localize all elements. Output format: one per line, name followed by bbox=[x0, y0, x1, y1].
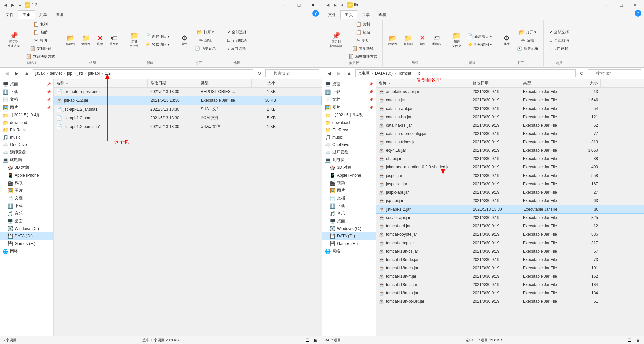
file-row-13[interactable]: ☕jsp-api.jar2021/3/30 9:19Executable Jar… bbox=[376, 197, 644, 205]
file-row-0[interactable]: ☕annotations-api.jar2021/3/30 9:19Execut… bbox=[376, 88, 644, 96]
sidebar-item-11[interactable]: 🎲3D 对象 bbox=[0, 164, 53, 171]
right-addr-forward[interactable]: ▶ bbox=[335, 69, 343, 77]
left-minimize-button[interactable]: ─ bbox=[278, 0, 291, 10]
left-rename-button[interactable]: 🏷 重命名 bbox=[107, 31, 121, 50]
left-view-grid[interactable]: ⊞ bbox=[312, 337, 319, 344]
sidebar-item-10[interactable]: 💻此电脑 bbox=[322, 156, 376, 164]
file-row-24[interactable]: ☕tomcat-i18n-ko.jar2021/3/30 9:19Executa… bbox=[376, 289, 644, 297]
right-view-grid[interactable]: ⊞ bbox=[635, 337, 641, 344]
left-open-button[interactable]: 📂 打开 ▾ bbox=[192, 28, 218, 36]
sidebar-item-19[interactable]: 💽Windows (C:) bbox=[322, 225, 376, 232]
file-row-1[interactable]: ☕jstl-api-1.2.jar2021/5/13 13:30Executab… bbox=[54, 96, 322, 105]
file-row-22[interactable]: ☕tomcat-i18n-fr.jar2021/3/30 9:19Executa… bbox=[376, 272, 644, 281]
sidebar-item-8[interactable]: ☁️OneDrive bbox=[322, 141, 376, 148]
right-refresh-button[interactable]: ↻ bbox=[578, 69, 586, 77]
left-address-path[interactable]: javax › servlet › jsp › jstl › jstl-api … bbox=[33, 69, 253, 77]
sidebar-item-17[interactable]: 🎵音乐 bbox=[322, 210, 376, 217]
sidebar-item-21[interactable]: 💾Games (E:) bbox=[0, 240, 53, 247]
right-invertsel-button[interactable]: ↕反向选择 bbox=[547, 45, 571, 52]
sidebar-item-9[interactable]: ☁️浙师云盘 bbox=[0, 148, 53, 156]
right-help-button[interactable]: ? bbox=[635, 10, 641, 17]
right-col-type[interactable]: 类型 bbox=[520, 79, 574, 87]
sidebar-item-16[interactable]: ⬇️下载 bbox=[0, 202, 53, 210]
left-moveto-button[interactable]: 📂 移动到 bbox=[64, 31, 77, 50]
right-col-size[interactable]: 大小 bbox=[574, 79, 601, 87]
sidebar-item-22[interactable]: 🌐网络 bbox=[0, 247, 53, 255]
file-row-6[interactable]: ☕catalina-tribes.jar2021/3/30 9:19Execut… bbox=[376, 138, 644, 146]
file-row-20[interactable]: ☕tomcat-i18n-de.jar2021/3/30 9:19Executa… bbox=[376, 256, 644, 264]
left-delete-button[interactable]: ✕ 删除 bbox=[94, 31, 106, 50]
left-pasteshortcut-button[interactable]: 📋 粘贴快捷方式 bbox=[23, 53, 57, 60]
right-copypath-button[interactable]: 📋 复制路径 bbox=[346, 45, 380, 52]
left-easyaccess-button[interactable]: ⚡ 轻松访问 ▾ bbox=[143, 41, 172, 48]
sidebar-item-2[interactable]: 📄文档📌 bbox=[322, 96, 376, 104]
right-paste-button[interactable]: 📋 粘贴 bbox=[346, 28, 380, 36]
left-newitem-button[interactable]: 📄 新建项目 ▾ bbox=[143, 32, 172, 40]
left-cut-button[interactable]: ✂ 剪切 bbox=[23, 37, 57, 44]
sidebar-item-15[interactable]: 📄文档 bbox=[0, 194, 53, 202]
right-tab-view[interactable]: 查看 bbox=[374, 10, 391, 19]
file-row-25[interactable]: ☕tomcat-i18n-pt-BR.jar2021/3/30 9:19Exec… bbox=[376, 297, 644, 306]
right-edit-button[interactable]: ✏ 编辑 bbox=[514, 37, 541, 44]
right-rename-button[interactable]: 🏷 重命名 bbox=[430, 31, 443, 50]
left-view-list[interactable]: ☰ bbox=[304, 337, 311, 344]
file-row-12[interactable]: ☕jaspic-api.jar2021/3/30 9:19Executable … bbox=[376, 188, 644, 197]
left-col-size[interactable]: 大小 bbox=[252, 79, 278, 87]
sidebar-item-1[interactable]: ⬇️下载📌 bbox=[322, 88, 376, 96]
left-edit-button[interactable]: ✏ 编辑 bbox=[192, 37, 218, 44]
sidebar-item-14[interactable]: 🖼️图片 bbox=[0, 187, 53, 194]
sidebar-item-8[interactable]: ☁️OneDrive bbox=[0, 141, 53, 148]
right-delete-button[interactable]: ✕ 删除 bbox=[416, 31, 428, 50]
left-col-date[interactable]: 修改日期 bbox=[148, 79, 198, 87]
sidebar-item-21[interactable]: 💾Games (E:) bbox=[322, 240, 376, 247]
file-row-21[interactable]: ☕tomcat-i18n-es.jar2021/3/30 9:19Executa… bbox=[376, 264, 644, 272]
right-nav-forward[interactable]: ▶ bbox=[332, 2, 338, 8]
left-properties-button[interactable]: ⚙ 属性 bbox=[178, 31, 191, 50]
left-search-input[interactable] bbox=[265, 69, 319, 77]
file-row-15[interactable]: ☕servlet-api.jar2021/3/30 9:19Executable… bbox=[376, 214, 644, 222]
right-minimize-button[interactable]: ─ bbox=[600, 0, 614, 10]
sidebar-item-0[interactable]: 🖥️桌面📌 bbox=[322, 80, 376, 88]
file-row-18[interactable]: ☕tomcat-dbcp.jar2021/3/30 9:19Executable… bbox=[376, 239, 644, 247]
file-row-10[interactable]: ☕jasper.jar2021/3/30 9:19Executable Jar … bbox=[376, 171, 644, 180]
right-addr-up[interactable]: ▲ bbox=[345, 69, 353, 77]
sidebar-item-5[interactable]: 📁download bbox=[322, 119, 376, 126]
right-newfolder-button[interactable]: 📁 新建文件夹 bbox=[450, 30, 464, 50]
right-addr-back[interactable]: ◀ bbox=[325, 69, 333, 77]
left-nav-back[interactable]: ◀ bbox=[2, 2, 9, 8]
sidebar-item-20[interactable]: 💾DATA (D:) bbox=[322, 232, 376, 240]
sidebar-item-19[interactable]: 💽Windows (C:) bbox=[0, 225, 53, 232]
sidebar-item-22[interactable]: 🌐网络 bbox=[322, 247, 376, 255]
sidebar-item-6[interactable]: 📁FileRecv bbox=[322, 126, 376, 134]
left-copypath-button[interactable]: 📋 复制路径 bbox=[23, 45, 57, 52]
left-tab-view[interactable]: 查看 bbox=[52, 10, 68, 19]
sidebar-item-20[interactable]: 💾DATA (D:) bbox=[0, 232, 53, 240]
left-addr-up[interactable]: ▲ bbox=[23, 69, 31, 77]
right-view-list[interactable]: ☰ bbox=[627, 337, 633, 344]
right-close-button[interactable]: ✕ bbox=[629, 0, 642, 10]
sidebar-item-3[interactable]: 🖼️图片📌 bbox=[0, 104, 53, 111]
right-selectnone-button[interactable]: ☐全部取消 bbox=[547, 37, 571, 44]
sidebar-item-5[interactable]: 📁download bbox=[0, 119, 53, 126]
sidebar-item-4[interactable]: 📁【2021.5】9-4系 bbox=[322, 111, 376, 119]
sidebar-item-3[interactable]: 🖼️图片📌 bbox=[322, 104, 376, 111]
right-tab-home[interactable]: 主页 bbox=[340, 10, 357, 19]
file-row-19[interactable]: ☕tomcat-i18n-cs.jar2021/3/30 9:19Executa… bbox=[376, 247, 644, 256]
left-newfolder-button[interactable]: 📁 新建文件夹 bbox=[127, 30, 141, 50]
sidebar-item-7[interactable]: 🎵music bbox=[0, 134, 53, 141]
file-row-14[interactable]: ☕jstl-api-1.2.jar2021/5/13 13:30Executab… bbox=[376, 205, 644, 214]
sidebar-item-6[interactable]: 📁FileRecv bbox=[0, 126, 53, 134]
right-open-button[interactable]: 📂 打开 ▾ bbox=[514, 28, 541, 36]
left-refresh-button[interactable]: ↻ bbox=[255, 69, 263, 77]
sidebar-item-18[interactable]: 🖥️桌面 bbox=[0, 217, 53, 225]
sidebar-item-9[interactable]: ☁️浙师云盘 bbox=[322, 148, 376, 156]
sidebar-item-14[interactable]: 🖼️图片 bbox=[322, 187, 376, 194]
file-row-7[interactable]: ☕ecj-4.18.jar2021/3/30 9:19Executable Ja… bbox=[376, 146, 644, 155]
sidebar-item-12[interactable]: 📱Apple iPhone bbox=[322, 171, 376, 179]
left-addr-forward[interactable]: ▶ bbox=[13, 69, 21, 77]
left-copy-button[interactable]: 📋 复制 bbox=[23, 20, 57, 28]
left-col-type[interactable]: 类型 bbox=[198, 79, 252, 87]
left-paste-button[interactable]: 📋 粘贴 bbox=[23, 28, 57, 36]
left-selectall-button[interactable]: ✔全部选择 bbox=[225, 28, 249, 36]
sidebar-item-18[interactable]: 🖥️桌面 bbox=[322, 217, 376, 225]
